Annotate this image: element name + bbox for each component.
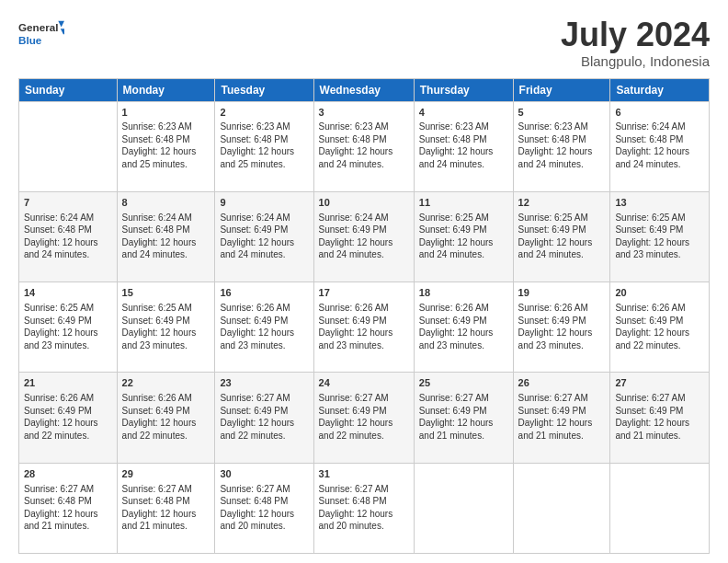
- table-cell: 15Sunrise: 6:25 AMSunset: 6:49 PMDayligh…: [117, 282, 215, 373]
- day-info: Sunrise: 6:27 AMSunset: 6:49 PMDaylight:…: [518, 392, 606, 442]
- svg-text:General: General: [18, 22, 58, 34]
- title-block: July 2024 Blangpulo, Indonesia: [561, 17, 710, 69]
- col-saturday: Saturday: [610, 78, 710, 101]
- day-info: Sunrise: 6:23 AMSunset: 6:48 PMDaylight:…: [419, 121, 508, 170]
- day-number: 4: [419, 106, 508, 120]
- table-cell: 22Sunrise: 6:26 AMSunset: 6:49 PMDayligh…: [117, 373, 215, 463]
- day-number: 9: [220, 196, 308, 210]
- day-info: Sunrise: 6:25 AMSunset: 6:49 PMDaylight:…: [122, 302, 210, 351]
- table-cell: 4Sunrise: 6:23 AMSunset: 6:48 PMDaylight…: [414, 101, 513, 191]
- day-number: 2: [220, 106, 308, 120]
- col-thursday: Thursday: [414, 78, 513, 101]
- day-number: 25: [419, 376, 508, 390]
- day-info: Sunrise: 6:23 AMSunset: 6:48 PMDaylight:…: [122, 121, 210, 170]
- week-row-3: 14Sunrise: 6:25 AMSunset: 6:49 PMDayligh…: [19, 282, 710, 373]
- day-number: 20: [615, 286, 704, 300]
- svg-text:Blue: Blue: [18, 34, 42, 46]
- day-info: Sunrise: 6:26 AMSunset: 6:49 PMDaylight:…: [319, 302, 409, 351]
- day-number: 13: [615, 196, 704, 210]
- day-info: Sunrise: 6:27 AMSunset: 6:49 PMDaylight:…: [615, 392, 704, 442]
- day-info: Sunrise: 6:26 AMSunset: 6:49 PMDaylight:…: [122, 392, 210, 442]
- day-number: 6: [615, 106, 704, 120]
- day-number: 8: [122, 196, 210, 210]
- day-info: Sunrise: 6:25 AMSunset: 6:49 PMDaylight:…: [518, 212, 606, 261]
- table-cell: 24Sunrise: 6:27 AMSunset: 6:49 PMDayligh…: [313, 373, 414, 463]
- table-cell: 13Sunrise: 6:25 AMSunset: 6:49 PMDayligh…: [610, 191, 710, 282]
- day-info: Sunrise: 6:23 AMSunset: 6:48 PMDaylight:…: [518, 121, 606, 170]
- day-info: Sunrise: 6:24 AMSunset: 6:48 PMDaylight:…: [615, 121, 704, 170]
- col-friday: Friday: [513, 78, 610, 101]
- day-info: Sunrise: 6:27 AMSunset: 6:48 PMDaylight:…: [319, 483, 409, 533]
- day-number: 1: [122, 106, 210, 120]
- week-row-2: 7Sunrise: 6:24 AMSunset: 6:48 PMDaylight…: [19, 191, 710, 282]
- week-row-4: 21Sunrise: 6:26 AMSunset: 6:49 PMDayligh…: [19, 373, 710, 463]
- day-info: Sunrise: 6:27 AMSunset: 6:49 PMDaylight:…: [220, 392, 308, 442]
- day-info: Sunrise: 6:27 AMSunset: 6:48 PMDaylight:…: [122, 483, 210, 533]
- day-info: Sunrise: 6:23 AMSunset: 6:48 PMDaylight:…: [220, 121, 308, 170]
- col-wednesday: Wednesday: [313, 78, 414, 101]
- day-info: Sunrise: 6:24 AMSunset: 6:48 PMDaylight:…: [122, 212, 210, 261]
- table-cell: [610, 463, 710, 553]
- table-cell: 27Sunrise: 6:27 AMSunset: 6:49 PMDayligh…: [610, 373, 710, 463]
- day-info: Sunrise: 6:25 AMSunset: 6:49 PMDaylight:…: [24, 302, 112, 351]
- table-cell: 16Sunrise: 6:26 AMSunset: 6:49 PMDayligh…: [215, 282, 313, 373]
- day-number: 27: [615, 376, 704, 390]
- day-info: Sunrise: 6:25 AMSunset: 6:49 PMDaylight:…: [615, 212, 704, 261]
- day-number: 15: [122, 286, 210, 300]
- col-monday: Monday: [117, 78, 215, 101]
- table-cell: [19, 101, 118, 191]
- table-cell: 23Sunrise: 6:27 AMSunset: 6:49 PMDayligh…: [215, 373, 313, 463]
- main-title: July 2024: [561, 17, 710, 53]
- day-info: Sunrise: 6:26 AMSunset: 6:49 PMDaylight:…: [220, 302, 308, 351]
- day-number: 12: [518, 196, 606, 210]
- svg-marker-2: [58, 21, 64, 28]
- day-number: 17: [319, 286, 409, 300]
- day-number: 30: [220, 467, 308, 481]
- table-cell: 9Sunrise: 6:24 AMSunset: 6:49 PMDaylight…: [215, 191, 313, 282]
- day-info: Sunrise: 6:26 AMSunset: 6:49 PMDaylight:…: [615, 302, 704, 351]
- day-info: Sunrise: 6:24 AMSunset: 6:49 PMDaylight:…: [220, 212, 308, 261]
- day-info: Sunrise: 6:27 AMSunset: 6:49 PMDaylight:…: [319, 392, 409, 442]
- table-cell: 30Sunrise: 6:27 AMSunset: 6:48 PMDayligh…: [215, 463, 313, 553]
- day-info: Sunrise: 6:24 AMSunset: 6:48 PMDaylight:…: [24, 212, 112, 261]
- table-cell: 7Sunrise: 6:24 AMSunset: 6:48 PMDaylight…: [19, 191, 118, 282]
- table-cell: 6Sunrise: 6:24 AMSunset: 6:48 PMDaylight…: [610, 101, 710, 191]
- table-cell: 3Sunrise: 6:23 AMSunset: 6:48 PMDaylight…: [313, 101, 414, 191]
- week-row-5: 28Sunrise: 6:27 AMSunset: 6:48 PMDayligh…: [19, 463, 710, 553]
- table-cell: 26Sunrise: 6:27 AMSunset: 6:49 PMDayligh…: [513, 373, 610, 463]
- col-tuesday: Tuesday: [215, 78, 313, 101]
- day-info: Sunrise: 6:27 AMSunset: 6:48 PMDaylight:…: [24, 483, 112, 533]
- subtitle: Blangpulo, Indonesia: [561, 53, 710, 69]
- table-cell: 2Sunrise: 6:23 AMSunset: 6:48 PMDaylight…: [215, 101, 313, 191]
- day-number: 28: [24, 467, 112, 481]
- day-number: 24: [319, 376, 409, 390]
- day-number: 14: [24, 286, 112, 300]
- logo-svg: General Blue: [18, 17, 64, 52]
- table-cell: 25Sunrise: 6:27 AMSunset: 6:49 PMDayligh…: [414, 373, 513, 463]
- day-info: Sunrise: 6:23 AMSunset: 6:48 PMDaylight:…: [319, 121, 409, 170]
- table-cell: 19Sunrise: 6:26 AMSunset: 6:49 PMDayligh…: [513, 282, 610, 373]
- table-cell: 21Sunrise: 6:26 AMSunset: 6:49 PMDayligh…: [19, 373, 118, 463]
- day-number: 7: [24, 196, 112, 210]
- table-cell: 11Sunrise: 6:25 AMSunset: 6:49 PMDayligh…: [414, 191, 513, 282]
- table-cell: 17Sunrise: 6:26 AMSunset: 6:49 PMDayligh…: [313, 282, 414, 373]
- day-number: 16: [220, 286, 308, 300]
- svg-marker-3: [61, 29, 64, 35]
- table-cell: 1Sunrise: 6:23 AMSunset: 6:48 PMDaylight…: [117, 101, 215, 191]
- day-info: Sunrise: 6:26 AMSunset: 6:49 PMDaylight:…: [518, 302, 606, 351]
- day-number: 3: [319, 106, 409, 120]
- table-cell: 29Sunrise: 6:27 AMSunset: 6:48 PMDayligh…: [117, 463, 215, 553]
- day-number: 31: [319, 467, 409, 481]
- table-cell: 14Sunrise: 6:25 AMSunset: 6:49 PMDayligh…: [19, 282, 118, 373]
- week-row-1: 1Sunrise: 6:23 AMSunset: 6:48 PMDaylight…: [19, 101, 710, 191]
- day-info: Sunrise: 6:26 AMSunset: 6:49 PMDaylight:…: [24, 392, 112, 442]
- logo: General Blue: [18, 17, 64, 52]
- day-number: 18: [419, 286, 508, 300]
- day-number: 21: [24, 376, 112, 390]
- col-sunday: Sunday: [19, 78, 118, 101]
- day-number: 22: [122, 376, 210, 390]
- calendar-header-row: Sunday Monday Tuesday Wednesday Thursday…: [19, 78, 710, 101]
- day-info: Sunrise: 6:27 AMSunset: 6:49 PMDaylight:…: [419, 392, 508, 442]
- day-number: 19: [518, 286, 606, 300]
- calendar-table: Sunday Monday Tuesday Wednesday Thursday…: [18, 78, 710, 554]
